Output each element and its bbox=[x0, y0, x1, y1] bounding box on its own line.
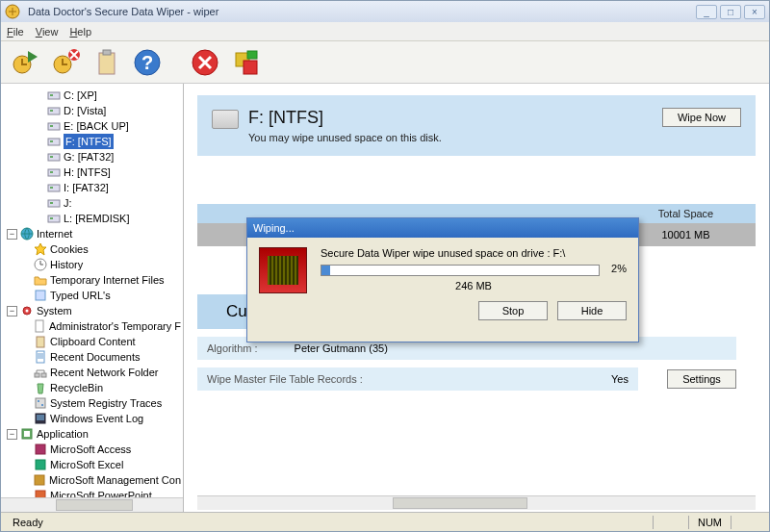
tree[interactable]: C: [XP]D: [Vista]E: [BACK UP]F: [NTFS]G:… bbox=[1, 84, 183, 497]
log-icon bbox=[34, 412, 47, 425]
toolbar-help[interactable]: ? bbox=[130, 45, 165, 80]
tree-pane: C: [XP]D: [Vista]E: [BACK UP]F: [NTFS]G:… bbox=[1, 84, 184, 512]
tree-drive-3[interactable]: F: [NTFS] bbox=[3, 134, 181, 149]
main-hscroll[interactable] bbox=[197, 495, 756, 510]
tree-internet-0[interactable]: Cookies bbox=[3, 241, 181, 257]
clip-icon bbox=[34, 335, 47, 348]
toolbar-stop[interactable] bbox=[188, 45, 222, 80]
svg-rect-14 bbox=[50, 94, 53, 96]
toolbar-schedule-add[interactable] bbox=[9, 45, 43, 80]
ppt-icon bbox=[34, 489, 47, 497]
menu-help[interactable]: Help bbox=[69, 26, 91, 38]
wipe-now-button[interactable]: Wipe Now bbox=[662, 108, 741, 127]
tree-internet-2[interactable]: Temporary Internet Files bbox=[3, 272, 181, 288]
maximize-button[interactable]: □ bbox=[720, 5, 741, 19]
toolbar-refresh[interactable] bbox=[228, 45, 263, 80]
close-button[interactable]: × bbox=[744, 5, 765, 19]
drive-icon bbox=[47, 119, 61, 133]
settings-button[interactable]: Settings bbox=[667, 369, 736, 389]
tree-system-1[interactable]: Clipboard Content bbox=[3, 334, 181, 349]
svg-rect-28 bbox=[50, 202, 53, 204]
progress-percent: 2% bbox=[611, 263, 627, 274]
tree-drive-2[interactable]: E: [BACK UP] bbox=[3, 118, 181, 134]
menu-view[interactable]: View bbox=[36, 26, 59, 38]
svg-rect-12 bbox=[247, 51, 257, 59]
tree-internet-1[interactable]: History bbox=[3, 257, 181, 272]
hide-button[interactable]: Hide bbox=[557, 301, 627, 320]
app-icon bbox=[20, 427, 34, 441]
svg-rect-29 bbox=[48, 215, 60, 222]
star-icon bbox=[34, 242, 47, 256]
drive-header: F: [NTFS] You may wipe unused space on t… bbox=[197, 95, 756, 156]
mft-value: Yes bbox=[611, 373, 629, 385]
svg-marker-2 bbox=[28, 51, 38, 63]
tree-system-6[interactable]: Windows Event Log bbox=[3, 411, 181, 426]
page-icon bbox=[33, 319, 46, 333]
stop-button[interactable]: Stop bbox=[478, 301, 548, 320]
titlebar: Data Doctor's Secure Data Wiper - wiper … bbox=[1, 1, 769, 22]
status-num: NUM bbox=[692, 517, 728, 528]
svg-rect-49 bbox=[36, 460, 45, 469]
svg-rect-41 bbox=[41, 373, 46, 377]
tree-app-2[interactable]: MicroSoft Management Con bbox=[3, 472, 181, 488]
tree-drive-5[interactable]: H: [NTFS] bbox=[3, 165, 181, 180]
svg-rect-17 bbox=[48, 123, 60, 130]
tree-internet-3[interactable]: Typed URL's bbox=[3, 288, 181, 303]
svg-rect-39 bbox=[37, 351, 44, 363]
toolbar-clipboard[interactable] bbox=[90, 45, 124, 80]
svg-marker-32 bbox=[35, 243, 46, 255]
tree-drive-0[interactable]: C: [XP] bbox=[3, 88, 181, 103]
access-icon bbox=[34, 443, 47, 456]
tree-system-2[interactable]: Recent Documents bbox=[3, 349, 181, 365]
svg-rect-19 bbox=[48, 139, 60, 145]
tree-drive-8[interactable]: L: [REMDISK] bbox=[3, 211, 181, 226]
tree-drive-6[interactable]: I: [FAT32] bbox=[3, 180, 181, 195]
svg-rect-30 bbox=[50, 217, 53, 219]
tree-app-1[interactable]: MicroSoft Excel bbox=[3, 457, 181, 472]
bin-icon bbox=[34, 381, 47, 394]
doc-icon bbox=[34, 350, 47, 364]
expand-icon[interactable]: − bbox=[7, 429, 17, 440]
tree-app-3[interactable]: MicroSoft PowerPoint bbox=[3, 488, 181, 497]
minimize-button[interactable]: _ bbox=[696, 5, 717, 19]
drive-icon bbox=[47, 181, 61, 194]
svg-rect-13 bbox=[48, 92, 60, 99]
clock-icon bbox=[34, 258, 47, 271]
tree-drive-1[interactable]: D: [Vista] bbox=[3, 103, 181, 118]
svg-rect-40 bbox=[35, 373, 39, 377]
tree-drive-7[interactable]: J: bbox=[3, 195, 181, 211]
toolbar-schedule-remove[interactable] bbox=[49, 45, 84, 80]
svg-rect-22 bbox=[50, 156, 53, 158]
app-icon bbox=[5, 4, 20, 19]
svg-rect-24 bbox=[50, 171, 53, 173]
drive-icon bbox=[47, 212, 61, 225]
svg-rect-15 bbox=[48, 108, 60, 114]
tree-application[interactable]: −Application bbox=[3, 426, 181, 442]
toolbar: ? bbox=[1, 41, 769, 84]
tree-drive-4[interactable]: G: [FAT32] bbox=[3, 149, 181, 165]
drive-icon bbox=[47, 196, 61, 210]
svg-rect-26 bbox=[50, 187, 53, 189]
tree-hscroll[interactable] bbox=[1, 497, 183, 512]
menu-file[interactable]: File bbox=[7, 26, 24, 38]
expand-icon[interactable]: − bbox=[7, 306, 17, 317]
expand-icon[interactable]: − bbox=[7, 229, 17, 240]
svg-rect-37 bbox=[36, 320, 43, 332]
svg-rect-50 bbox=[35, 475, 44, 485]
tree-system-4[interactable]: RecycleBin bbox=[3, 380, 181, 395]
tree-system-3[interactable]: Recent Network Folder bbox=[3, 365, 181, 380]
tree-system-5[interactable]: System Registry Traces bbox=[3, 395, 181, 411]
svg-rect-43 bbox=[38, 400, 39, 402]
folder-icon bbox=[34, 273, 47, 287]
tree-internet[interactable]: −Internet bbox=[3, 226, 181, 241]
excel-icon bbox=[34, 458, 47, 471]
tree-system[interactable]: −System bbox=[3, 303, 181, 318]
svg-rect-18 bbox=[50, 125, 53, 127]
svg-rect-44 bbox=[41, 404, 43, 406]
tree-app-0[interactable]: MicroSoft Access bbox=[3, 442, 181, 457]
algo-label: Algorithm : bbox=[207, 342, 258, 354]
tree-system-0[interactable]: Administrator's Temporary F bbox=[3, 318, 181, 334]
drive-icon bbox=[47, 89, 61, 102]
svg-rect-6 bbox=[103, 50, 111, 55]
svg-rect-25 bbox=[48, 185, 60, 191]
